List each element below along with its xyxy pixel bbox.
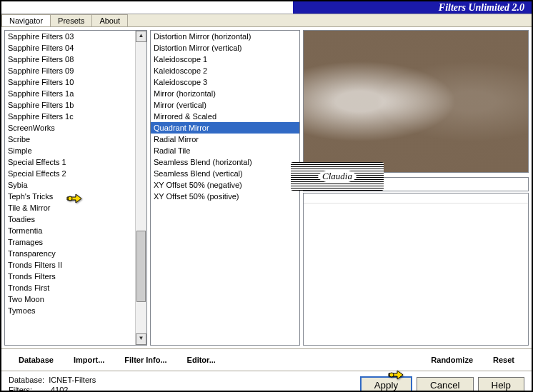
editor-button[interactable]: Editor... (177, 353, 226, 366)
parameters-area (303, 193, 529, 346)
filter-item[interactable]: Distortion Mirror (horizontal) (151, 31, 299, 42)
category-item[interactable]: Sapphire Filters 09 (5, 65, 146, 76)
preview-image-box (303, 30, 529, 173)
main-content: Sapphire Filters 03Sapphire Filters 04Sa… (1, 27, 532, 348)
database-label: Database: (9, 376, 44, 384)
category-item[interactable]: Sapphire Filters 08 (5, 54, 146, 65)
tab-bar: Navigator Presets About (1, 14, 532, 27)
filter-item[interactable]: Kaleidoscope 2 (151, 65, 299, 76)
tab-navigator[interactable]: Navigator (1, 14, 51, 26)
app-title: Filters Unlimited 2.0 (439, 1, 524, 14)
category-item[interactable]: Sybia (5, 179, 146, 191)
database-button[interactable]: Database (9, 353, 64, 366)
filter-item[interactable]: Radial Tile (151, 145, 299, 156)
filter-item[interactable]: Kaleidoscope 1 (151, 54, 299, 65)
filters-count-label: Filters: (9, 386, 32, 392)
param-row (304, 194, 528, 203)
category-item[interactable]: Tormentia (5, 225, 146, 236)
category-item[interactable]: Simple (5, 145, 146, 156)
category-item[interactable]: Tymoes (5, 305, 146, 316)
filter-info-button[interactable]: Filter Info... (114, 353, 176, 366)
category-item[interactable]: Teph's Tricks (5, 191, 146, 202)
filter-item[interactable]: Seamless Blend (horizontal) (151, 156, 299, 168)
filter-item[interactable]: XY Offset 50% (negative) (151, 179, 299, 191)
watermark-overlay: Claudia (291, 162, 384, 191)
filter-item[interactable]: Quadrant Mirror (151, 122, 299, 134)
tab-presets[interactable]: Presets (50, 14, 92, 26)
category-item[interactable]: Tronds Filters (5, 271, 146, 282)
toolbar: Database Import... Filter Info... Editor… (1, 348, 532, 371)
filter-item[interactable]: Seamless Blend (vertical) (151, 168, 299, 179)
category-item[interactable]: Tile & Mirror (5, 202, 146, 213)
filter-item[interactable]: Kaleidoscope 3 (151, 76, 299, 88)
filters-count-value: 4102 (51, 386, 68, 392)
category-item[interactable]: Sapphire Filters 03 (5, 31, 146, 42)
filter-item[interactable]: Distortion Mirror (vertical) (151, 42, 299, 54)
filter-item[interactable]: XY Offset 50% (positive) (151, 191, 299, 202)
category-item[interactable]: Sapphire Filters 04 (5, 42, 146, 54)
filter-item[interactable]: Radial Mirror (151, 134, 299, 145)
filter-item[interactable]: Mirror (vertical) (151, 99, 299, 111)
help-button[interactable]: Help (478, 377, 524, 393)
category-item[interactable]: Special Effects 2 (5, 168, 146, 179)
filter-list[interactable]: Distortion Mirror (horizontal)Distortion… (151, 31, 299, 345)
filter-item[interactable]: Mirrored & Scaled (151, 111, 299, 122)
footer-buttons: Apply Cancel Help (360, 376, 524, 393)
filter-list-container: Distortion Mirror (horizontal)Distortion… (150, 30, 300, 346)
category-item[interactable]: Two Moon (5, 293, 146, 305)
category-item[interactable]: Sapphire Filters 1a (5, 88, 146, 99)
preview-image (304, 31, 528, 172)
category-list[interactable]: Sapphire Filters 03Sapphire Filters 04Sa… (5, 31, 146, 345)
category-item[interactable]: Tronds Filters II (5, 259, 146, 271)
category-item[interactable]: Special Effects 1 (5, 156, 146, 168)
category-item[interactable]: Tramages (5, 236, 146, 248)
category-item[interactable]: Toadies (5, 213, 146, 225)
scroll-thumb[interactable] (136, 231, 146, 302)
watermark-text: Claudia (318, 169, 357, 184)
reset-button[interactable]: Reset (483, 353, 524, 366)
app-header: Filters Unlimited 2.0 (1, 1, 532, 14)
scroll-down-arrow[interactable]: ▼ (136, 333, 146, 345)
category-item[interactable]: Sapphire Filters 1c (5, 111, 146, 122)
category-item[interactable]: Transparency (5, 248, 146, 259)
category-list-container: Sapphire Filters 03Sapphire Filters 04Sa… (4, 30, 147, 346)
apply-button[interactable]: Apply (360, 376, 412, 393)
filter-item[interactable]: Mirror (horizontal) (151, 88, 299, 99)
footer: Database: ICNET-Filters Filters: 4102 Ap… (1, 371, 532, 392)
tab-about[interactable]: About (91, 14, 128, 26)
category-item[interactable]: ScreenWorks (5, 122, 146, 134)
cancel-button[interactable]: Cancel (417, 377, 474, 393)
category-scrollbar[interactable]: ▲ ▼ (135, 31, 146, 345)
category-item[interactable]: Tronds First (5, 282, 146, 293)
database-value: ICNET-Filters (49, 376, 96, 384)
scroll-up-arrow[interactable]: ▲ (136, 31, 146, 42)
category-item[interactable]: Sapphire Filters 10 (5, 76, 146, 88)
footer-info: Database: ICNET-Filters Filters: 4102 (9, 376, 360, 392)
import-button[interactable]: Import... (64, 353, 114, 366)
randomize-button[interactable]: Randomize (421, 353, 483, 366)
category-item[interactable]: Sapphire Filters 1b (5, 99, 146, 111)
category-item[interactable]: Scribe (5, 134, 146, 145)
